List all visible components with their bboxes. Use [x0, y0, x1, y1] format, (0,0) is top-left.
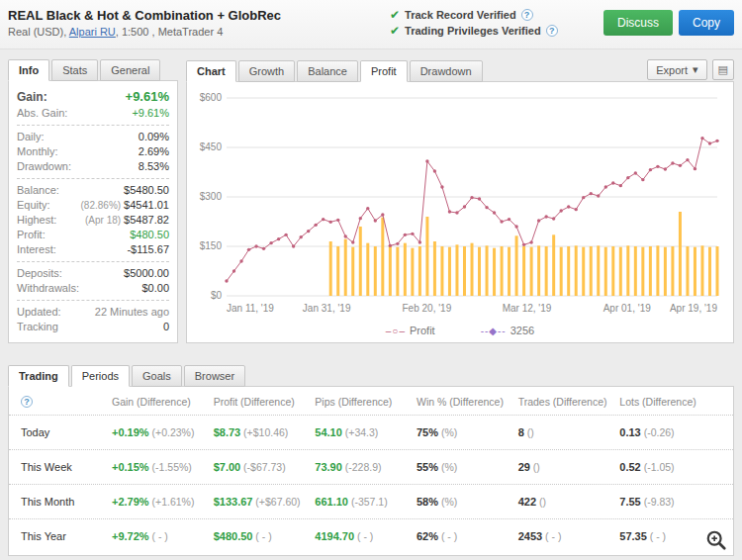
info-rows: Gain:+9.61%Abs. Gain:+9.61%Daily:0.09%Mo… — [17, 88, 169, 334]
trading-tab-periods[interactable]: Periods — [71, 365, 130, 387]
table-row: Today+0.19% (+0.23%)$8.73 (+$10.46)54.10… — [9, 415, 733, 449]
trading-tabs: TradingPeriodsGoalsBrowser — [8, 365, 734, 387]
info-value: 22 Minutes ago — [95, 305, 169, 320]
info-value: 8.53% — [139, 159, 169, 174]
period-cell: 0.13 (-0.26) — [619, 426, 721, 438]
info-label: Deposits: — [17, 266, 62, 281]
info-label: Highest: — [17, 213, 56, 228]
info-label: Monthly: — [17, 144, 58, 159]
help-icon[interactable]: ? — [521, 9, 533, 21]
info-label: Withdrawals: — [17, 281, 79, 296]
discuss-button[interactable]: Discuss — [603, 10, 673, 36]
broker-link[interactable]: Alpari RU — [69, 26, 116, 38]
chart-panel-body: $0$150$300$450$600Jan 11, '19Jan 31, '19… — [186, 81, 734, 343]
divider — [17, 261, 169, 262]
cell-difference: (-0.26) — [641, 426, 675, 438]
cell-value: +9.72% — [112, 530, 149, 542]
cell-difference: (%) — [438, 426, 457, 438]
check-icon: ✔ — [390, 25, 400, 37]
info-tab-stats[interactable]: Stats — [51, 59, 98, 81]
svg-text:$150: $150 — [200, 240, 223, 251]
info-row: Balance:$5480.50 — [17, 183, 169, 198]
zoom-chart-icon[interactable] — [705, 529, 727, 551]
info-label: Balance: — [17, 183, 59, 198]
info-row: Updated:22 Minutes ago — [17, 305, 169, 320]
copy-button[interactable]: Copy — [679, 10, 734, 36]
legend-diamond-icon: --◆-- — [481, 326, 507, 336]
legend-item[interactable]: –○–Profit — [386, 325, 435, 336]
info-tab-info: Info — [8, 59, 49, 81]
chart-tab-growth[interactable]: Growth — [238, 60, 295, 82]
chart-tab-balance[interactable]: Balance — [297, 60, 358, 82]
verified-block: ✔ Track Record Verified ? ✔ Trading Priv… — [390, 8, 558, 41]
cell-difference: ( - ) — [438, 530, 457, 542]
export-dropdown[interactable]: Export▾ — [647, 59, 706, 80]
cell-value: $133.67 — [214, 496, 253, 508]
divider — [17, 300, 169, 301]
help-icon[interactable]: ? — [21, 396, 33, 408]
svg-text:Apr 01, '19: Apr 01, '19 — [603, 303, 651, 314]
subtitle-post: , 1:500 , MetaTrader 4 — [116, 26, 223, 38]
chevron-down-icon: ▾ — [693, 63, 698, 76]
column-header: Gain (Difference) — [112, 396, 214, 408]
cell-value: 75% — [417, 426, 438, 438]
period-cell: 2453 ( - ) — [518, 530, 620, 542]
info-value: 0 — [163, 320, 169, 334]
cell-value: 2453 — [518, 530, 542, 542]
cell-value: 7.55 — [619, 496, 640, 508]
divider — [17, 125, 169, 126]
chart-tab-profit[interactable]: Profit — [360, 60, 408, 82]
info-label: Profit: — [17, 228, 46, 242]
periods-table: ? Gain (Difference)Profit (Difference)Pi… — [8, 386, 734, 556]
info-tab-general[interactable]: General — [100, 59, 160, 81]
cell-value: +0.15% — [112, 461, 149, 473]
header-buttons: Discuss Copy — [603, 8, 734, 36]
info-label: Updated: — [17, 305, 61, 320]
chart-tabs: ChartGrowthBalanceProfitDrawdownExport▾▤ — [186, 59, 734, 82]
info-value: (Apr 18)$5487.82 — [85, 213, 169, 228]
period-cell: +9.72% ( - ) — [112, 530, 214, 542]
period-cell: +2.79% (+1.61%) — [112, 496, 214, 508]
svg-text:$0: $0 — [211, 290, 223, 301]
period-cell: 73.90 (-228.9) — [315, 461, 417, 473]
info-row: Withdrawals:$0.00 — [17, 281, 169, 296]
account-title-block: REAL Black & Hot & Combination + GlobRec… — [8, 8, 281, 38]
info-value: +9.61% — [132, 106, 169, 121]
cell-value: $480.50 — [214, 530, 253, 542]
info-panel: InfoStatsGeneral Gain:+9.61%Abs. Gain:+9… — [8, 59, 178, 343]
trading-tab-goals[interactable]: Goals — [132, 365, 182, 387]
cell-value: +2.79% — [112, 496, 149, 508]
cell-difference: (+34.3) — [342, 426, 378, 438]
period-cell: 54.10 (+34.3) — [315, 426, 417, 438]
cell-value: 62% — [417, 530, 438, 542]
cell-difference: (-9.83) — [641, 496, 675, 508]
chart-tab-drawdown[interactable]: Drawdown — [410, 60, 483, 82]
cell-value: 0.52 — [619, 461, 640, 473]
cell-difference: ( - ) — [149, 530, 168, 542]
trading-tab-browser[interactable]: Browser — [184, 365, 245, 387]
period-cell: 55% (%) — [417, 461, 518, 473]
period-cell: 4194.70 ( - ) — [315, 530, 417, 542]
info-value: $5000.00 — [124, 266, 169, 281]
legend-circle-icon: –○– — [386, 326, 406, 336]
cell-value: 4194.70 — [315, 530, 354, 542]
period-cell: 7.55 (-9.83) — [619, 496, 721, 508]
legend-item[interactable]: --◆--3256 — [481, 325, 535, 336]
cell-difference: (-357.1) — [348, 496, 388, 508]
verified-label: Trading Privileges Verified — [405, 25, 541, 37]
svg-text:$600: $600 — [200, 92, 223, 103]
account-subtitle: Real (USD), Alpari RU, 1:500 , MetaTrade… — [8, 26, 281, 38]
period-label: This Month — [21, 496, 112, 508]
period-label: Today — [21, 426, 112, 438]
help-icon[interactable]: ? — [546, 25, 558, 37]
info-row: Deposits:$5000.00 — [17, 266, 169, 281]
period-cell: +0.19% (+0.23%) — [112, 426, 214, 438]
period-cell: 58% (%) — [417, 496, 518, 508]
info-tabs: InfoStatsGeneral — [8, 59, 178, 81]
cell-value: $8.73 — [214, 426, 241, 438]
chart-settings-icon[interactable]: ▤ — [712, 59, 734, 80]
header: REAL Black & Hot & Combination + GlobRec… — [0, 0, 742, 49]
info-label: Interest: — [17, 242, 56, 257]
cell-value: 58% — [417, 496, 438, 508]
period-cell: 29 () — [518, 461, 620, 473]
